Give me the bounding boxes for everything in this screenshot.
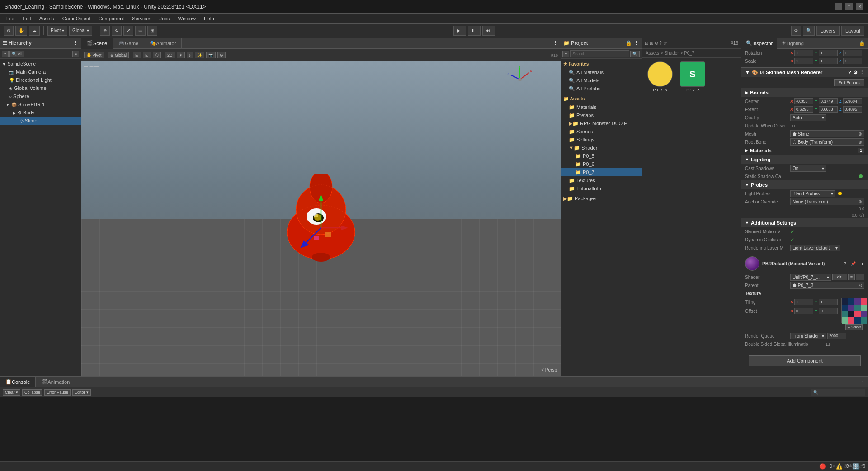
smr-settings-icon[interactable]: ⚙ [853,70,858,75]
render-queue-value[interactable]: 2000 [827,333,846,339]
scene-tab-options[interactable]: ⋮ [553,40,561,46]
folder-textures[interactable]: 📁 Textures [561,176,642,184]
scene-light-btn[interactable]: ☀ [177,52,185,58]
scale-z-val[interactable]: 1 [843,58,862,64]
probes-section[interactable]: ▼ Probes [741,180,868,189]
render-queue-dropdown[interactable]: From Shader ▾ [790,333,826,339]
menu-services[interactable]: Services [128,15,155,22]
folder-p06[interactable]: 📁 P0_6 [561,160,642,168]
anchor-override-value[interactable]: None (Transform) ◎ [790,198,864,205]
cast-shadows-dropdown[interactable]: On ▾ [790,165,826,172]
root-bone-icon[interactable]: ◎ [859,140,862,144]
folder-materials[interactable]: 📁 Materials [561,103,642,111]
global-dropdown[interactable]: Global ▾ [69,26,92,36]
project-menu-icon[interactable]: ⋮ [634,40,639,46]
hierarchy-add-btn[interactable]: + [2,51,9,57]
menu-jobs[interactable]: Jobs [156,15,174,22]
smr-help-icon[interactable]: ? [848,70,851,75]
folder-shader[interactable]: ▼📁 Shader [561,144,642,152]
tab-game[interactable]: 🎮 Game [113,38,144,49]
asset-item-material[interactable]: P0_7_3 [646,61,675,92]
layout-button[interactable]: Layout [841,26,864,36]
favorites-all-prefabs[interactable]: 🔍 All Prefabs [561,85,642,93]
tab-inspector[interactable]: 🔍 Inspector [741,38,777,49]
folder-prefabs[interactable]: 📁 Prefabs [561,111,642,119]
add-component-button[interactable]: Add Component [749,355,861,366]
shader-dropdown[interactable]: Unlit/P0_7_... ▾ [790,274,831,281]
hierarchy-menu[interactable]: ⋮ [73,40,78,46]
shader-options-btn[interactable]: ≡ [848,274,855,280]
menu-edit[interactable]: Edit [19,15,35,22]
scene-gizmo-widget[interactable]: X Y Z [506,66,533,93]
scale-tool[interactable]: ⤢ [123,26,133,36]
offset-y-val[interactable]: 0 [819,308,838,314]
hierarchy-search-btn[interactable]: 🔍 All [9,51,24,57]
center-z[interactable]: 5.9604 [843,98,862,104]
console-collapse-btn[interactable]: Collapse [22,389,42,396]
parent-value[interactable]: ⬟ P0_7_3 ◎ [790,282,864,289]
smr-menu-icon[interactable]: ⋮ [859,70,864,75]
quality-dropdown[interactable]: Auto ▾ [790,114,826,121]
material-help-icon[interactable]: ? [844,261,846,266]
scene-grid-btn[interactable]: ⊞ [133,52,141,58]
tree-item-samplescene[interactable]: ▼ SampleScene ⋮ [0,60,81,68]
extent-y[interactable]: 0.6683 [819,106,838,113]
additional-settings-section[interactable]: ▼ Additional Settings [741,218,868,227]
extent-z[interactable]: 0.4895 [843,106,862,113]
scene-2d-btn[interactable]: 2D [165,52,175,58]
skinned-motion-check[interactable]: ✓ [790,229,794,235]
menu-file[interactable]: File [3,15,18,22]
extent-x[interactable]: 0.6295 [794,106,813,113]
rotation-x-val[interactable]: 1 [794,50,813,56]
tree-item-maincamera[interactable]: 📷 Main Camera [0,68,81,76]
tab-scene[interactable]: 🎬 Scene [81,38,113,49]
step-button[interactable]: ⏭ [482,26,495,36]
lighting-section[interactable]: ▼ Lighting [741,155,868,164]
menu-component[interactable]: Component [94,15,127,22]
tab-animation[interactable]: 🎬 Animation [36,377,75,387]
smr-enabled-checkbox[interactable]: ☑ [760,70,764,75]
tab-animator[interactable]: 🎭 Animator [144,38,182,49]
tiling-y-val[interactable]: 1 [819,299,838,305]
pivot-dropdown[interactable]: Pivot ▾ [47,26,67,36]
mesh-select-icon[interactable]: ◎ [859,132,862,136]
texture-thumbnail[interactable] [841,298,867,323]
minimize-button[interactable]: — [835,3,842,10]
tree-item-slimepbr[interactable]: ▼ 📦 SlimePBR 1 ⋮ [0,100,81,108]
slimepbr-options[interactable]: ⋮ [77,102,81,107]
rotation-z-val[interactable]: 1 [843,50,862,56]
toolbar-icon-btn[interactable]: ⊙ [4,26,14,36]
transform-tool[interactable]: ⊞ [147,26,157,36]
play-button[interactable]: ▶ [453,26,466,36]
root-bone-value[interactable]: ⬡ Body (Transform) ◎ [790,138,864,146]
toolbar-hand-btn[interactable]: ✋ [15,26,27,36]
rendering-layer-dropdown[interactable]: Light Layer default ▾ [790,245,840,251]
rect-tool[interactable]: ▭ [135,26,146,36]
inspector-lock[interactable]: 🔒 [856,40,868,46]
menu-gameobject[interactable]: GameObject [59,15,94,22]
collab-btn[interactable]: ⟳ [791,26,801,36]
parent-icon[interactable]: ◎ [859,283,862,287]
console-error-pause-btn[interactable]: Error Pause [44,389,71,396]
project-lock-icon[interactable]: 🔒 [626,40,632,46]
console-editor-btn[interactable]: Editor ▾ [72,389,91,396]
shader-edit-btn[interactable]: Edit... [832,274,847,280]
skinned-mesh-renderer-header[interactable]: ▼ 🎨 ☑ Skinned Mesh Renderer ? ⚙ ⋮ [741,67,868,77]
folder-p07[interactable]: 📁 P0_7 [561,168,642,176]
maximize-button[interactable]: □ [845,3,853,10]
mesh-value[interactable]: ⬟ Slime ◎ [790,130,864,137]
tab-lighting[interactable]: ☀ Lighting [777,38,808,49]
tree-item-slime[interactable]: ◇ Slime [0,117,81,125]
tree-item-sphere[interactable]: ○ Sphere [0,92,81,100]
asset-item-shader[interactable]: S P0_7_3 [678,61,707,92]
tree-item-body[interactable]: ▶ ⚙ Body [0,108,81,117]
scene-global-btn[interactable]: ⊕ Global [108,52,129,58]
offset-x-val[interactable]: 0 [794,308,813,314]
tree-item-globalvolume[interactable]: ◈ Global Volume [0,84,81,92]
material-pin-icon[interactable]: 📌 [851,261,856,266]
materials-section[interactable]: ▶ Materials 1 [741,146,868,155]
menu-window[interactable]: Window [175,15,199,22]
folder-scenes[interactable]: 📁 Scenes [561,127,642,136]
project-add-btn[interactable]: + [562,51,569,57]
material-menu-icon[interactable]: ⋮ [860,261,864,266]
